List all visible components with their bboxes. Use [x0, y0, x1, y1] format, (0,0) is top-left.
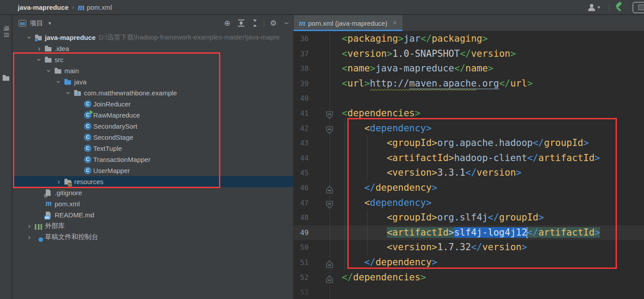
close-icon[interactable]: × [393, 19, 397, 27]
code-token [319, 167, 387, 178]
tree-item--[interactable]: ›草稿文件和控制台 [12, 232, 293, 243]
tree-item-resources[interactable]: ›resources [12, 176, 293, 187]
folder-icon [54, 67, 63, 75]
tree-item-usermapper[interactable]: CUserMapper [12, 165, 293, 176]
fold-down-icon[interactable] [326, 199, 334, 207]
code-line-47[interactable]: 47 <dependency> [294, 196, 644, 211]
user-icon[interactable] [588, 4, 596, 12]
code-token: dependency [370, 197, 426, 208]
fold-down-icon[interactable] [326, 124, 334, 133]
tree-item-pom-xml[interactable]: mpom.xml [12, 198, 293, 209]
editor-tab-pom[interactable]: m pom.xml (java-mapreduce) × [294, 15, 402, 31]
fold-up-icon[interactable] [326, 273, 334, 282]
code-text: <dependency> [319, 196, 432, 211]
expand-all-icon[interactable] [238, 20, 244, 27]
code-line-53[interactable]: 53 [294, 285, 644, 299]
fold-up-icon[interactable] [326, 184, 334, 192]
code-line-36[interactable]: 36 <packaging>jar</packaging> [294, 31, 644, 47]
tree-item-texttuple[interactable]: CTextTuple [12, 143, 293, 154]
code-line-38[interactable]: 38 <name>java-mapreduce</name> [294, 61, 644, 76]
tree-item--[interactable]: ›外部库 [12, 220, 293, 232]
stripe-project-label[interactable]: 项目 [2, 26, 10, 38]
chevron-right-icon[interactable]: › [25, 222, 34, 230]
collapse-all-icon[interactable] [252, 20, 258, 27]
chevron-right-icon[interactable]: › [35, 45, 44, 52]
code-token [319, 138, 387, 148]
chevron-down-icon[interactable]: › [45, 67, 53, 75]
code-token: groupId [544, 138, 584, 148]
chevron-right-icon[interactable]: › [25, 233, 34, 241]
breadcrumb-project[interactable]: java-mapreduce [18, 4, 68, 11]
chevron-right-icon[interactable]: › [54, 178, 63, 185]
tree-item-readme-md[interactable]: MDREADME.md [12, 209, 293, 220]
code-token: dependencies [353, 272, 421, 283]
code-token: > [521, 242, 527, 252]
fold-up-icon[interactable] [326, 258, 334, 267]
tree-item-label: src [55, 56, 64, 63]
tree-item-main[interactable]: ›main [12, 65, 293, 76]
tree-item-transactionmapper[interactable]: CTransactionMapper [12, 154, 293, 165]
editor-body[interactable]: 36 <packaging>jar</packaging>37 <version… [294, 31, 644, 299]
code-token [319, 212, 387, 223]
code-token: dependency [375, 182, 431, 193]
tree-item-joinreducer[interactable]: CJoinReducer [12, 98, 293, 110]
code-token: > [449, 227, 454, 238]
code-line-49[interactable]: 49 <artifactId>slf4j-log4j12</artifactId… [294, 225, 644, 240]
project-tree: ›java-mapreduceD:\迅雷下载\hadoop-framework-… [12, 32, 293, 299]
res-icon [64, 178, 72, 186]
chevron-down-icon[interactable]: › [26, 33, 33, 42]
locate-file-icon[interactable]: ⊕ [224, 20, 231, 27]
chevron-down-icon[interactable]: › [36, 55, 43, 64]
folder-stripe-icon[interactable] [3, 75, 10, 81]
editor-area: m pom.xml (java-mapreduce) × 36 <packagi… [294, 15, 644, 299]
code-token: > [421, 272, 426, 283]
code-token: org.apache.hadoop [437, 138, 533, 148]
line-number: 39 [294, 76, 309, 91]
code-line-44[interactable]: 44 <artifactId>hadoop-client</artifactId… [294, 151, 644, 166]
code-line-50[interactable]: 50 <version>1.7.32</version> [294, 240, 644, 255]
code-token: > [583, 138, 589, 148]
tree-item-com-matthewrathbone-example[interactable]: ›com.matthewrathbone.example [12, 87, 293, 98]
tree-item-label: resources [74, 178, 103, 185]
window-layout-icon[interactable] [632, 2, 644, 13]
chevron-down-icon[interactable]: › [55, 78, 63, 87]
toolbar-divider [264, 19, 264, 27]
tree-item-src[interactable]: ›src [12, 54, 293, 65]
code-line-51[interactable]: 51 </dependency> [294, 255, 644, 270]
cls-icon: C [84, 100, 91, 108]
code-line-46[interactable]: 46 </dependency> [294, 181, 644, 196]
code-line-42[interactable]: 42 <dependency> [294, 121, 644, 136]
hide-panel-icon[interactable]: − [284, 20, 289, 27]
code-line-45[interactable]: 45 <version>3.3.1</version> [294, 165, 644, 181]
tree-item--idea[interactable]: ›.idea [12, 43, 293, 54]
fold-down-icon[interactable] [326, 109, 334, 118]
code-token: artifactId [538, 227, 594, 238]
tree-item-rawmapreduce[interactable]: CRawMapreduce [12, 110, 293, 121]
build-hammer-icon[interactable] [614, 2, 624, 13]
code-token: 3.3.1 [437, 167, 465, 178]
code-line-52[interactable]: 52 </dependencies> [294, 270, 644, 285]
chevron-down-icon[interactable]: › [65, 89, 72, 98]
chevron-down-icon[interactable]: ▼ [48, 21, 52, 26]
gear-icon[interactable]: ⚙ [270, 20, 277, 27]
code-line-48[interactable]: 48 <groupId>org.slf4j</groupId> [294, 210, 644, 225]
code-line-39[interactable]: 39 <url>http://maven.apache.org</url> [294, 76, 644, 91]
tree-item-label: java-mapreduce [45, 34, 95, 41]
code-line-43[interactable]: 43 <groupId>org.apache.hadoop</groupId> [294, 136, 644, 151]
code-line-40[interactable]: 40 [294, 91, 644, 106]
tree-item-secondstage[interactable]: CSecondStage [12, 132, 293, 143]
tree-item-java-mapreduce[interactable]: ›java-mapreduceD:\迅雷下载\hadoop-framework-… [12, 32, 293, 43]
breadcrumb-file[interactable]: pom.xml [87, 4, 112, 11]
tree-item-java[interactable]: ›java [12, 76, 293, 87]
tree-item-secondarysort[interactable]: CSecondarySort [12, 121, 293, 132]
chevron-down-icon[interactable]: ▾ [597, 4, 600, 10]
code-token: > [516, 167, 522, 178]
code-text: <packaging>jar</packaging> [319, 31, 488, 47]
code-line-37[interactable]: 37 <version>1.0-SNAPSHOT</version> [294, 47, 644, 62]
code-token: name [465, 63, 488, 74]
code-token: 1.7.32 [437, 242, 471, 252]
code-line-41[interactable]: 41 <dependencies> [294, 106, 644, 121]
tree-item--gitignore[interactable]: .gitignore [12, 187, 293, 198]
breadcrumb-separator-icon: › [72, 4, 74, 11]
project-panel-title[interactable]: 项目 [30, 19, 43, 28]
